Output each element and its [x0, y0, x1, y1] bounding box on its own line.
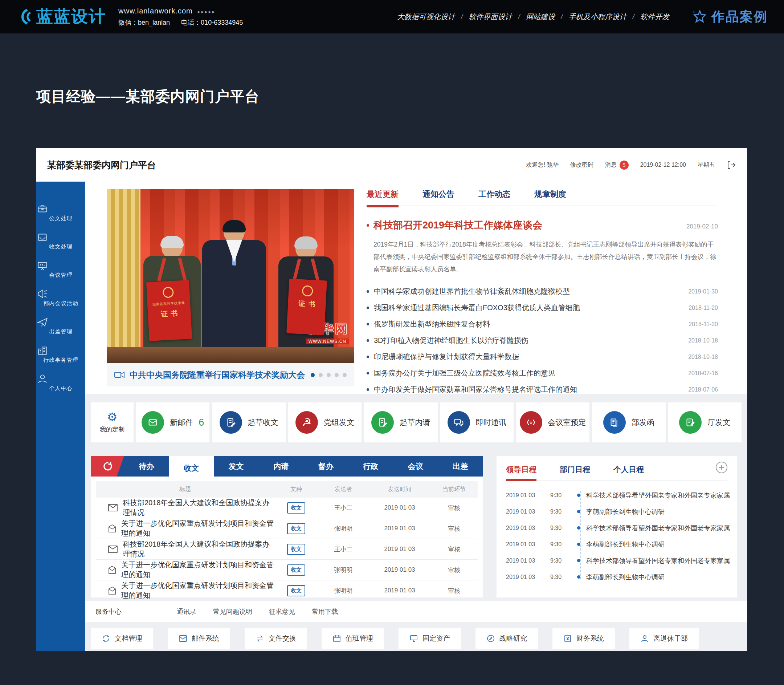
tab-department-schedule[interactable]: 部门日程: [560, 464, 590, 475]
table-row[interactable]: 关于进一步优化国家重点研发计划项目和资金管理的通知 收文 张明明 2019 01…: [96, 580, 478, 601]
schedule-item[interactable]: 2019 01 03 9:30 科学技术部领导看望外国老专家和外国老专家家属: [506, 487, 727, 503]
todo-tab-outgoing[interactable]: 发文: [214, 456, 259, 477]
table-row[interactable]: 科技部2018年全国人大建议和全国政协提案办理情况 收文 王小二 2019 01…: [96, 498, 478, 518]
sidebar-item-personal-center[interactable]: 个人中心: [36, 373, 85, 392]
refresh-icon[interactable]: [91, 456, 124, 477]
shortcut-label: 党组发文: [324, 417, 354, 427]
featured-news-title[interactable]: 科技部召开2019年科技工作媒体座谈会: [374, 219, 542, 232]
nav-item-ui[interactable]: 软件界面设计: [468, 12, 512, 22]
tab-leader-schedule[interactable]: 领导日程: [506, 464, 536, 475]
shortcut-instant-messaging[interactable]: 即时通讯: [440, 403, 513, 442]
shortcut-my-customization[interactable]: ⚙ 我的定制: [91, 403, 134, 442]
nav-item-web[interactable]: 网站建设: [526, 12, 555, 22]
shortcut-ministry-letter[interactable]: 部发函: [592, 403, 665, 442]
sidebar-item-label: 部内会议活动: [36, 300, 85, 307]
news-list-item[interactable]: 我国科学家通过基因编辑长寿蛋白FOXO3获得优质人类血管细胞 2018-11-2…: [367, 300, 718, 316]
todo-panel: 待办 收文 发文 内请 督办 行政 会议 出差 标题 文种 发送者 发送时间 当…: [91, 456, 483, 597]
schedule-item[interactable]: 2019 01 03 9:30 李萌副部长到生物中心调研: [506, 536, 727, 552]
shortcut-meeting-room-booking[interactable]: 会议室预定: [516, 403, 590, 442]
shortcut-party-doc[interactable]: ☭ 党组发文: [288, 403, 361, 442]
logout-icon[interactable]: [727, 160, 736, 170]
news-list-item[interactable]: 印尼珊瑚礁保护与修复计划获得大量科学数据 2018-10-18: [367, 349, 718, 365]
messages-link[interactable]: 消息 5: [605, 161, 628, 170]
carousel-dot[interactable]: [343, 373, 347, 377]
shortcut-office-doc[interactable]: 厅发文: [668, 403, 742, 442]
portal-header: 某部委某部委内网门户平台 欢迎您! 魏华 修改密码 消息 5 2019-02-1…: [36, 148, 747, 182]
app-duty-mgmt[interactable]: 值班管理: [322, 628, 384, 649]
link-downloads[interactable]: 常用下载: [312, 607, 338, 616]
cases-link[interactable]: 作品案例: [691, 8, 768, 26]
todo-tab-incoming[interactable]: 收文: [169, 456, 214, 480]
news-list-item[interactable]: 3D打印植入物促进神经细胞生长以治疗脊髓损伤 2018-10-18: [367, 332, 718, 349]
table-row[interactable]: 科技部2018年全国人大建议和全国政协提案办理情况 收文 王小二 2019 01…: [96, 539, 478, 560]
portal-window: 某部委某部委内网门户平台 欢迎您! 魏华 修改密码 消息 5 2019-02-1…: [36, 148, 747, 651]
mail-icon: [141, 411, 164, 433]
change-password-link[interactable]: 修改密码: [570, 161, 593, 169]
link-contacts[interactable]: 通讯录: [177, 607, 196, 616]
emblem-icon: [302, 285, 314, 297]
schedule-date: 2019 01 03: [506, 492, 550, 499]
nav-item-mobile[interactable]: 手机及小程序设计: [569, 12, 627, 22]
shortcut-draft-internal[interactable]: 起草内请: [364, 403, 437, 442]
nav-item-bigdata[interactable]: 大数据可视化设计: [397, 12, 455, 22]
app-document-mgmt[interactable]: 文档管理: [91, 628, 153, 649]
website-link[interactable]: www.lanlanwork.com: [118, 7, 193, 15]
todo-tab-supervision[interactable]: 督办: [303, 456, 348, 477]
carousel-dot[interactable]: [311, 373, 315, 377]
cases-label: 作品案例: [711, 8, 768, 26]
app-strategy-research[interactable]: 战略研究: [475, 628, 538, 649]
sidebar-item-official-docs[interactable]: 公文处理: [36, 203, 85, 222]
carousel-caption-text[interactable]: 中共中央国务院隆重举行国家科学技术奖励大会: [130, 369, 305, 381]
shortcut-new-mail[interactable]: 新邮件 6: [136, 403, 209, 442]
add-schedule-button[interactable]: [716, 462, 727, 473]
sidebar-item-business-trips[interactable]: 出差管理: [36, 316, 85, 335]
news-list-item[interactable]: 中国科学家成功创建世界首批生物节律紊乱体细胞克隆猴模型 2019-01-30: [367, 283, 718, 300]
news-list-item[interactable]: 俄罗斯研发出新型纳米磁性复合材料 2018-11-20: [367, 316, 718, 332]
app-file-exchange[interactable]: 文件交换: [245, 628, 307, 649]
news-item-title: 中国科学家成功创建世界首批生物节律紊乱体细胞克隆猴模型: [374, 287, 570, 296]
carousel-dot[interactable]: [319, 373, 323, 377]
news-item-title: 印尼珊瑚礁保护与修复计划获得大量科学数据: [374, 352, 519, 362]
row-sender: 张明明: [318, 587, 369, 595]
app-mail-system[interactable]: 邮件系统: [168, 628, 230, 649]
tab-recent-updates[interactable]: 最近更新: [367, 189, 398, 200]
schedule-item[interactable]: 2019 01 03 9:30 科学技术部领导看望外国老专家和外国老专家家属: [506, 520, 727, 536]
schedule-item[interactable]: 2019 01 03 9:30 李萌副部长到生物中心调研: [506, 503, 727, 520]
tab-regulations[interactable]: 规章制度: [534, 189, 566, 200]
document-stack-icon: [603, 411, 626, 433]
news-list-item[interactable]: 国务院办公厅关于加强三级公立医院绩效考核工作的意见 2018-07-16: [367, 365, 718, 381]
row-step: 审核: [431, 524, 478, 533]
logo[interactable]: 蓝蓝设计: [16, 5, 106, 28]
sidebar: 公文处理 收文处理 会议管理 部内会议活动 出差管理 行政事务管理 个人中心: [36, 182, 85, 651]
service-links-bar: 服务中心 通讯录 常见问题说明 征求意见 常用下载: [85, 601, 747, 622]
shortcut-draft-incoming[interactable]: 起草收文: [212, 403, 285, 442]
tab-notices[interactable]: 通知公告: [423, 189, 454, 200]
app-fixed-assets[interactable]: 固定资产: [398, 628, 461, 649]
tab-work-news[interactable]: 工作动态: [478, 189, 510, 200]
nav-item-dev[interactable]: 软件开发: [640, 12, 669, 22]
todo-tab-pending[interactable]: 待办: [124, 456, 169, 477]
schedule-item[interactable]: 2019 01 03 9:30 李萌副部长到生物中心调研: [506, 569, 727, 585]
table-row[interactable]: 关于进一步优化国家重点研发计划项目和资金管理的通知 收文 张明明 2019 01…: [96, 518, 478, 539]
todo-tab-admin[interactable]: 行政: [348, 456, 394, 477]
todo-tab-meeting[interactable]: 会议: [393, 456, 438, 477]
table-row[interactable]: 关于进一步优化国家重点研发计划项目和资金管理的通知 收文 张明明 2019 01…: [96, 560, 478, 580]
app-finance-system[interactable]: 财务系统: [552, 628, 615, 649]
service-center-label: 服务中心: [96, 607, 121, 616]
bullet-icon: [367, 355, 369, 358]
carousel-dot[interactable]: [327, 373, 330, 377]
sidebar-item-admin-affairs[interactable]: 行政事务管理: [36, 344, 85, 364]
sidebar-item-meeting-mgmt[interactable]: 会议管理: [36, 259, 85, 279]
link-feedback[interactable]: 征求意见: [269, 607, 295, 616]
news-item-title: 俄罗斯研发出新型纳米磁性复合材料: [374, 319, 490, 329]
todo-tab-internal[interactable]: 内请: [259, 456, 304, 477]
app-retired-cadres[interactable]: 离退休干部: [629, 628, 699, 649]
tab-personal-schedule[interactable]: 个人日程: [614, 464, 644, 475]
link-faq[interactable]: 常见问题说明: [213, 607, 252, 616]
schedule-item[interactable]: 2019 01 03 9:30 科学技术部领导看望外国老专家和外国老专家家属: [506, 552, 727, 569]
schedule-panel: 领导日程 部门日程 个人日程 2019 01 03 9:30 科学技术部领导看望…: [497, 456, 737, 597]
carousel-dot[interactable]: [335, 373, 339, 377]
sidebar-item-internal-meetings[interactable]: 部内会议活动: [36, 288, 85, 307]
todo-tab-trip[interactable]: 出差: [438, 456, 483, 477]
sidebar-item-incoming-docs[interactable]: 收文处理: [36, 231, 85, 250]
